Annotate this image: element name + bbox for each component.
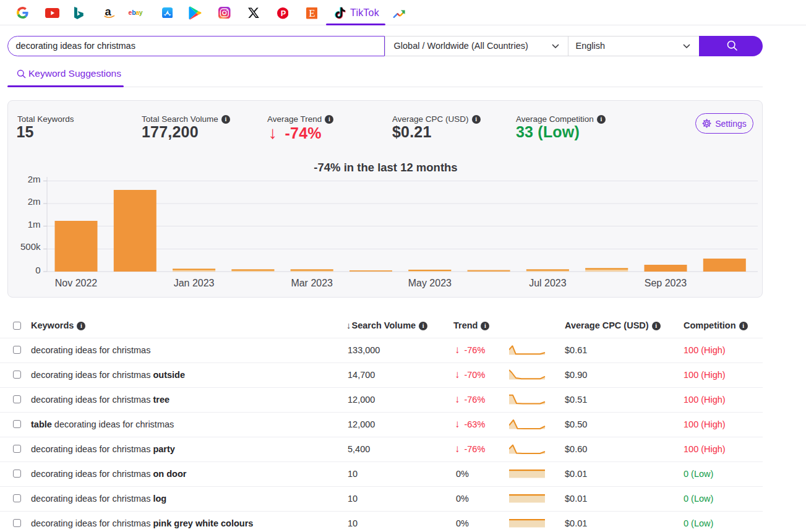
svg-text:Nov 2022: Nov 2022 [55, 278, 98, 288]
svg-text:E: E [309, 7, 315, 19]
svg-text:P: P [280, 9, 286, 18]
svg-text:1m: 1m [28, 219, 41, 230]
svg-text:May 2023: May 2023 [408, 278, 452, 288]
svg-text:a: a [105, 7, 112, 18]
svg-text:Jul 2023: Jul 2023 [529, 278, 567, 288]
svg-text:500k: 500k [20, 241, 41, 252]
svg-text:Mar 2023: Mar 2023 [291, 278, 333, 288]
svg-text:Sep 2023: Sep 2023 [645, 278, 687, 288]
svg-text:y: y [139, 9, 143, 16]
svg-text:2m: 2m [28, 196, 41, 207]
svg-text:2m: 2m [28, 174, 41, 184]
svg-text:Jan 2023: Jan 2023 [174, 278, 215, 288]
svg-text:0: 0 [35, 265, 40, 275]
